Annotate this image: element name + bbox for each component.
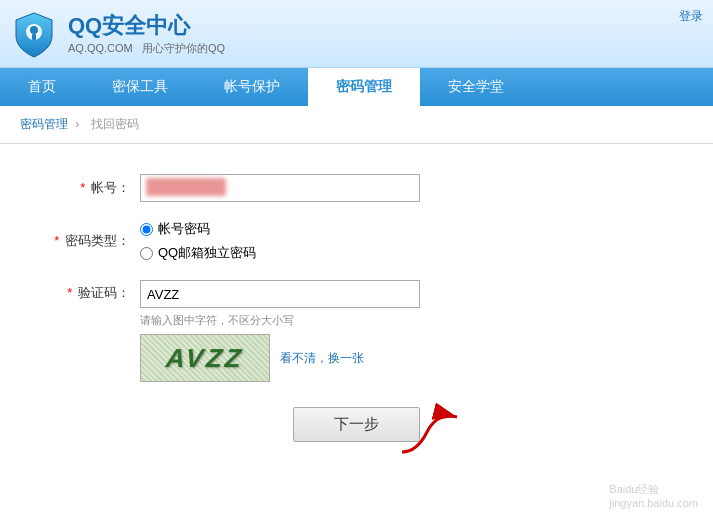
account-blur-overlay — [146, 178, 226, 196]
nav-item-account-protection[interactable]: 帐号保护 — [196, 68, 308, 106]
nav-item-password-management[interactable]: 密码管理 — [308, 68, 420, 106]
account-input-wrapper — [140, 174, 420, 202]
captcha-hint: 请输入图中字符，不区分大小写 — [140, 313, 420, 328]
radio-group: 帐号密码 QQ邮箱独立密码 — [140, 220, 256, 262]
nav-item-home[interactable]: 首页 — [0, 68, 84, 106]
radio-option2-label: QQ邮箱独立密码 — [158, 244, 256, 262]
radio-option2-row[interactable]: QQ邮箱独立密码 — [140, 244, 256, 262]
captcha-display-text: AVZZ — [165, 343, 246, 374]
required-mark-pwtype: * — [54, 233, 59, 248]
account-row: * 帐号： — [20, 174, 693, 202]
required-mark-account: * — [80, 180, 85, 195]
baidu-text: Baidu经验 — [609, 482, 698, 497]
captcha-input[interactable] — [140, 280, 420, 308]
logo-container: QQ安全中心 AQ.QQ.COM 用心守护你的QQ — [10, 10, 225, 58]
password-type-row: * 密码类型： 帐号密码 QQ邮箱独立密码 — [20, 220, 693, 262]
login-link[interactable]: 登录 — [679, 8, 703, 25]
captcha-refresh-link[interactable]: 看不清，换一张 — [280, 350, 364, 367]
required-mark-captcha: * — [67, 285, 72, 300]
site-title: QQ安全中心 — [68, 11, 225, 41]
account-label: * 帐号： — [20, 179, 140, 197]
arrow-icon — [397, 402, 477, 462]
captcha-row: * 验证码： 请输入图中字符，不区分大小写 AVZZ 看不清，换一张 — [20, 280, 693, 382]
captcha-container: AVZZ 看不清，换一张 — [140, 334, 420, 382]
svg-rect-2 — [32, 34, 36, 40]
radio-mailbox-password[interactable] — [140, 247, 153, 260]
captcha-image: AVZZ — [140, 334, 270, 382]
main-content: * 帐号： * 密码类型： 帐号密码 QQ邮箱独立密码 * 验证码： — [0, 144, 713, 521]
site-subtitle: AQ.QQ.COM 用心守护你的QQ — [68, 41, 225, 56]
captcha-label: * 验证码： — [20, 280, 140, 302]
breadcrumb-current: 找回密码 — [91, 117, 139, 131]
header-text: QQ安全中心 AQ.QQ.COM 用心守护你的QQ — [68, 11, 225, 56]
radio-option1-row[interactable]: 帐号密码 — [140, 220, 256, 238]
nav-bar: 首页 密保工具 帐号保护 密码管理 安全学堂 — [0, 68, 713, 106]
breadcrumb-parent[interactable]: 密码管理 — [20, 117, 68, 131]
nav-item-security-tools[interactable]: 密保工具 — [84, 68, 196, 106]
radio-option1-label: 帐号密码 — [158, 220, 210, 238]
nav-item-safety-classroom[interactable]: 安全学堂 — [420, 68, 532, 106]
radio-account-password[interactable] — [140, 223, 153, 236]
shield-icon — [10, 10, 58, 58]
breadcrumb-separator: › — [75, 117, 79, 131]
password-type-label: * 密码类型： — [20, 232, 140, 250]
baidu-url: jingyan.baidu.com — [609, 497, 698, 509]
breadcrumb: 密码管理 › 找回密码 — [0, 106, 713, 144]
next-button-row: 下一步 — [20, 407, 693, 442]
svg-point-1 — [30, 26, 38, 34]
baidu-watermark: Baidu经验 jingyan.baidu.com — [609, 482, 698, 509]
captcha-section: 请输入图中字符，不区分大小写 AVZZ 看不清，换一张 — [140, 280, 420, 382]
header: QQ安全中心 AQ.QQ.COM 用心守护你的QQ 登录 — [0, 0, 713, 68]
